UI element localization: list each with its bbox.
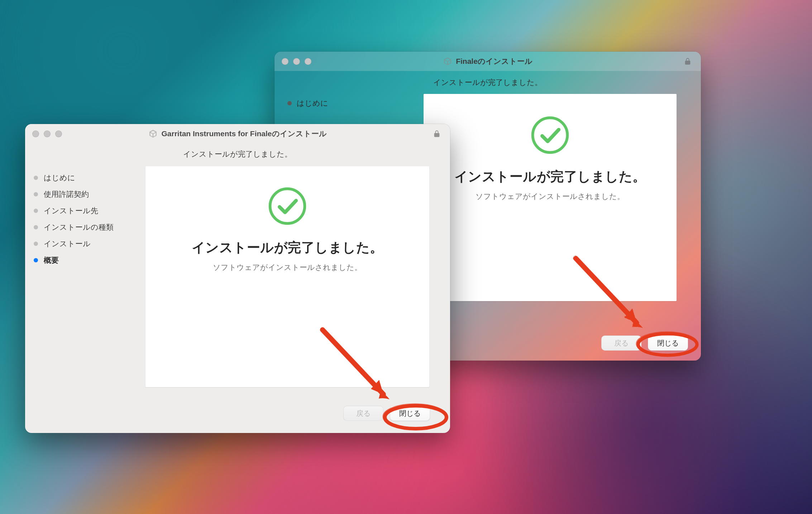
footer-buttons: 戻る 閉じる bbox=[601, 335, 688, 351]
minimize-window-icon[interactable] bbox=[293, 58, 300, 65]
content-panel: インストールが完了しました。 ソフトウェアがインストールされました。 bbox=[424, 94, 677, 301]
completion-subtext: ソフトウェアがインストールされました。 bbox=[213, 262, 362, 272]
step-bullet-icon bbox=[34, 192, 38, 196]
window-title: Finaleのインストール bbox=[456, 56, 532, 66]
svg-point-0 bbox=[533, 118, 568, 153]
step-bullet-icon bbox=[34, 258, 38, 262]
sidebar-item-installation: インストール bbox=[34, 239, 137, 249]
stage-heading: インストールが完了しました。 bbox=[25, 143, 450, 166]
close-button[interactable]: 閉じる bbox=[648, 335, 688, 351]
close-window-icon[interactable] bbox=[32, 130, 39, 137]
content-panel: インストールが完了しました。 ソフトウェアがインストールされました。 bbox=[145, 166, 429, 387]
sidebar-item-license: 使用許諾契約 bbox=[34, 189, 137, 199]
close-button[interactable]: 閉じる bbox=[390, 406, 430, 421]
sidebar-item-label: 概要 bbox=[44, 255, 59, 265]
completion-heading: インストールが完了しました。 bbox=[454, 168, 646, 186]
window-controls bbox=[282, 58, 311, 65]
zoom-window-icon[interactable] bbox=[305, 58, 311, 65]
package-icon bbox=[148, 129, 158, 138]
step-bullet-icon bbox=[34, 176, 38, 180]
stage-heading: インストールが完了しました。 bbox=[433, 77, 542, 87]
completion-subtext: ソフトウェアがインストールされました。 bbox=[476, 191, 625, 201]
sidebar-item-label: インストールの種類 bbox=[44, 222, 114, 232]
step-bullet-icon bbox=[34, 242, 38, 246]
back-button: 戻る bbox=[343, 406, 383, 421]
zoom-window-icon[interactable] bbox=[55, 130, 62, 137]
sidebar-item-label: はじめに bbox=[297, 98, 328, 108]
sidebar-item-summary: 概要 bbox=[34, 255, 137, 265]
sidebar-item-introduction: はじめに bbox=[34, 173, 137, 183]
window-title: Garritan Instruments for Finaleのインストール bbox=[161, 129, 326, 139]
window-controls bbox=[32, 130, 62, 137]
completion-heading: インストールが完了しました。 bbox=[192, 239, 383, 257]
back-button: 戻る bbox=[601, 335, 641, 351]
sidebar-item-label: インストール先 bbox=[44, 206, 98, 216]
step-bullet-icon bbox=[287, 101, 292, 105]
lock-icon[interactable] bbox=[684, 57, 692, 65]
installer-window-garritan: Garritan Instruments for Finaleのインストール イ… bbox=[25, 124, 450, 433]
step-bullet-icon bbox=[34, 225, 38, 229]
sidebar-item-destination: インストール先 bbox=[34, 206, 137, 216]
installer-steps-sidebar: はじめに 使用許諾契約 インストール先 インストールの種類 インストール bbox=[25, 166, 145, 387]
minimize-window-icon[interactable] bbox=[44, 130, 51, 137]
package-icon bbox=[443, 57, 452, 66]
svg-point-1 bbox=[270, 189, 305, 224]
titlebar[interactable]: Garritan Instruments for Finaleのインストール bbox=[25, 124, 450, 143]
sidebar-item-label: インストール bbox=[44, 239, 91, 249]
close-window-icon[interactable] bbox=[282, 58, 288, 65]
footer-buttons: 戻る 閉じる bbox=[343, 406, 430, 421]
titlebar[interactable]: Finaleのインストール bbox=[274, 52, 701, 71]
success-check-icon bbox=[530, 115, 570, 155]
sidebar-item-install-type: インストールの種類 bbox=[34, 222, 137, 232]
success-check-icon bbox=[268, 186, 307, 226]
step-bullet-icon bbox=[34, 209, 38, 213]
sidebar-item-label: 使用許諾契約 bbox=[44, 189, 89, 199]
sidebar-item-label: はじめに bbox=[44, 173, 75, 183]
lock-icon[interactable] bbox=[433, 130, 441, 138]
sidebar-item-introduction: はじめに bbox=[287, 98, 328, 108]
